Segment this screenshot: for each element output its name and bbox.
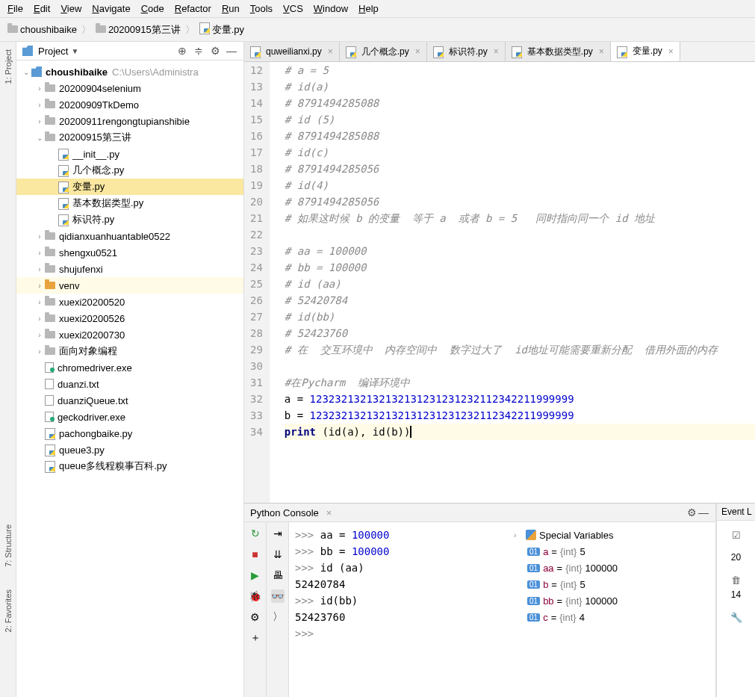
tree-item[interactable]: duanzi.txt bbox=[16, 376, 243, 392]
menu-help[interactable]: Help bbox=[358, 3, 379, 14]
tree-item[interactable]: ›xuexi20200520 bbox=[16, 294, 243, 310]
tree-item[interactable]: 变量.py bbox=[16, 179, 243, 195]
wrap-icon[interactable]: ⇥ bbox=[271, 527, 285, 540]
menu-window[interactable]: Window bbox=[314, 3, 348, 14]
menu-vcs[interactable]: VCS bbox=[283, 3, 303, 14]
console-line[interactable]: >>> id(bb) bbox=[295, 592, 500, 609]
tree-item[interactable]: ›qidianxuanhuantable0522 bbox=[16, 228, 243, 244]
close-icon[interactable]: × bbox=[415, 46, 420, 57]
tree-item[interactable]: __init__.py bbox=[16, 146, 243, 162]
tree-item[interactable]: ›20200911rengongtupianshibie bbox=[16, 113, 243, 129]
code-line[interactable]: # 在 交互环境中 内存空间中 数字过大了 id地址可能需要重新分配 借用外面的… bbox=[285, 341, 755, 358]
variable-row[interactable]: 01 aa = {int} 100000 bbox=[509, 560, 712, 576]
tree-item[interactable]: queue多线程糗事百科.py bbox=[16, 458, 243, 474]
console-line[interactable]: 52423760 bbox=[295, 609, 500, 625]
tree-item[interactable]: ›venv bbox=[16, 277, 243, 294]
variable-row[interactable]: 01 a = {int} 5 bbox=[509, 543, 712, 560]
project-tree[interactable]: ⌄choushibaikeC:\Users\Administra›2020090… bbox=[16, 61, 243, 697]
editor-tab[interactable]: 变量.py× bbox=[611, 42, 680, 62]
console-line[interactable]: >>> id (aa) bbox=[295, 560, 500, 576]
code-line[interactable]: b = 123232132132132131231231232112342211… bbox=[285, 407, 755, 424]
menu-code[interactable]: Code bbox=[141, 3, 164, 14]
breadcrumb-file[interactable]: 变量.py bbox=[199, 22, 244, 37]
tree-item[interactable]: duanziQueue.txt bbox=[16, 392, 243, 409]
check-icon[interactable]: ☑ bbox=[730, 528, 743, 542]
hide-icon[interactable]: — bbox=[697, 507, 709, 518]
rerun-icon[interactable]: ↻ bbox=[249, 527, 262, 540]
close-icon[interactable]: × bbox=[494, 46, 499, 57]
menu-edit[interactable]: Edit bbox=[34, 3, 50, 14]
editor-tab[interactable]: 基本数据类型.py× bbox=[506, 42, 611, 61]
tree-item[interactable]: 几个概念.py bbox=[16, 162, 243, 179]
editor-tab[interactable]: 标识符.py× bbox=[427, 42, 506, 61]
wrench-icon[interactable]: 🔧 bbox=[730, 610, 743, 624]
code-line[interactable]: # 8791494285056 bbox=[285, 193, 755, 210]
menu-refactor[interactable]: Refactor bbox=[175, 3, 211, 14]
console-line[interactable]: >>> aa = 100000 bbox=[295, 527, 500, 543]
close-icon[interactable]: × bbox=[599, 46, 604, 57]
tree-item[interactable]: chromedriver.exe bbox=[16, 359, 243, 376]
code-line[interactable]: # id(c) bbox=[285, 144, 755, 161]
code-line[interactable]: # a = 5 bbox=[285, 62, 755, 78]
glasses-icon[interactable]: 👓 bbox=[271, 589, 285, 603]
chevron-down-icon[interactable]: ▼ bbox=[71, 47, 78, 55]
code-line[interactable]: a = 123232132132132131231231232112342211… bbox=[285, 391, 755, 407]
settings-icon[interactable]: ⚙ bbox=[249, 610, 262, 624]
code-line[interactable]: # id (5) bbox=[285, 111, 755, 128]
breadcrumb-folder[interactable]: 20200915第三讲 bbox=[96, 23, 181, 37]
history-icon[interactable]: 〉 bbox=[271, 610, 285, 624]
scroll-icon[interactable]: ⇊ bbox=[271, 548, 285, 561]
code-line[interactable]: # 如果这时候 b 的变量 等于 a 或者 b = 5 同时指向同一个 id 地… bbox=[285, 210, 755, 226]
tree-item[interactable]: ›shengxu0521 bbox=[16, 244, 243, 261]
code-line[interactable]: # id(a) bbox=[285, 78, 755, 95]
code-editor[interactable]: 1213141516171819202122232425262728293031… bbox=[244, 62, 755, 503]
event-log-title[interactable]: Event L bbox=[717, 504, 755, 521]
print-icon[interactable]: 🖶 bbox=[271, 569, 285, 582]
menu-view[interactable]: View bbox=[60, 3, 81, 14]
variable-row[interactable]: 01 c = {int} 4 bbox=[509, 609, 712, 625]
code-line[interactable]: # 8791494285088 bbox=[285, 128, 755, 144]
tree-item[interactable]: pachongbaike.py bbox=[16, 425, 243, 442]
locate-icon[interactable]: ⊕ bbox=[176, 45, 188, 57]
code-line[interactable]: #在Pycharm 编译环境中 bbox=[285, 374, 755, 391]
tree-item[interactable]: ›xuexi20200526 bbox=[16, 310, 243, 326]
debug-icon[interactable]: 🐞 bbox=[249, 589, 262, 603]
add-icon[interactable]: ＋ bbox=[249, 631, 262, 645]
editor-tab[interactable]: 几个概念.py× bbox=[340, 42, 427, 61]
close-icon[interactable]: × bbox=[326, 507, 332, 518]
tree-item[interactable]: ⌄20200915第三讲 bbox=[16, 129, 243, 146]
tree-item[interactable]: 基本数据类型.py bbox=[16, 195, 243, 211]
breadcrumb-root[interactable]: choushibaike bbox=[7, 24, 77, 35]
code-line[interactable]: # 8791494285088 bbox=[285, 95, 755, 111]
console-line[interactable]: 52420784 bbox=[295, 576, 500, 592]
variable-row[interactable]: 01 b = {int} 5 bbox=[509, 576, 712, 592]
console-line[interactable]: >>> bbox=[295, 625, 500, 642]
project-panel-title[interactable]: Project bbox=[38, 46, 68, 57]
special-variables-header[interactable]: ›Special Variables bbox=[509, 527, 712, 543]
code-line[interactable]: # id(4) bbox=[285, 177, 755, 193]
sidebar-tab-favorites[interactable]: 2: Favorites bbox=[4, 589, 13, 632]
console-output[interactable]: >>> aa = 100000>>> bb = 100000>>> id (aa… bbox=[289, 522, 506, 697]
code-line[interactable] bbox=[285, 358, 755, 374]
console-line[interactable]: >>> bb = 100000 bbox=[295, 543, 500, 560]
gear-icon[interactable]: ⚙ bbox=[209, 45, 221, 57]
code-line[interactable]: # aa = 100000 bbox=[285, 243, 755, 259]
close-icon[interactable]: × bbox=[668, 46, 674, 57]
tree-item[interactable]: ›面向对象编程 bbox=[16, 343, 243, 359]
variable-row[interactable]: 01 bb = {int} 100000 bbox=[509, 592, 712, 609]
tree-item[interactable]: ⌄choushibaikeC:\Users\Administra bbox=[16, 64, 243, 80]
tree-item[interactable]: ›xuexi20200730 bbox=[16, 326, 243, 343]
sidebar-tab-project[interactable]: 1: Project bbox=[4, 49, 13, 84]
gear-icon[interactable]: ⚙ bbox=[686, 507, 697, 518]
menu-tools[interactable]: Tools bbox=[250, 3, 273, 14]
code-line[interactable]: # 52420784 bbox=[285, 292, 755, 309]
sidebar-tab-structure[interactable]: 7: Structure bbox=[4, 524, 13, 567]
tree-item[interactable]: geckodriver.exe bbox=[16, 409, 243, 425]
tree-item[interactable]: ›20200904selenium bbox=[16, 80, 243, 96]
stop-icon[interactable]: ■ bbox=[249, 548, 262, 561]
code-line[interactable]: # 8791494285056 bbox=[285, 161, 755, 177]
tree-item[interactable]: queue3.py bbox=[16, 442, 243, 458]
tree-item[interactable]: ›20200909TkDemo bbox=[16, 96, 243, 113]
collapse-icon[interactable]: ≑ bbox=[193, 45, 205, 57]
code-line[interactable]: # bb = 100000 bbox=[285, 259, 755, 276]
